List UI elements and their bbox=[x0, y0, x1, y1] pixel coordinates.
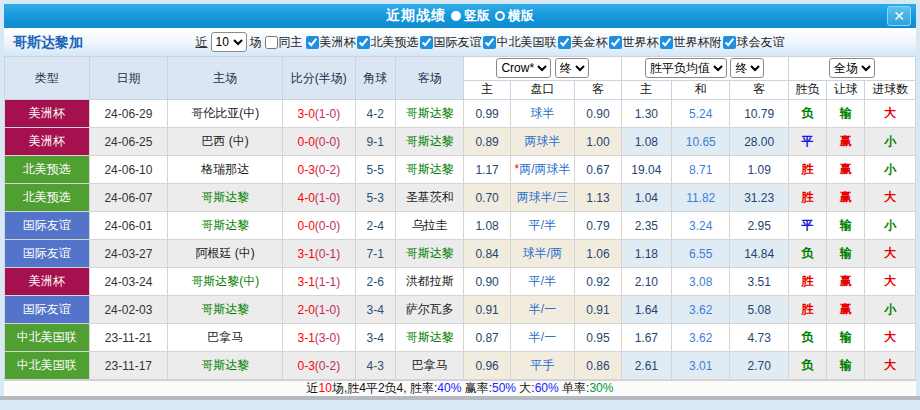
bookmaker-select[interactable]: Crow* bbox=[496, 58, 551, 78]
league-checkbox[interactable] bbox=[357, 36, 370, 49]
league-filter[interactable]: 中北美国联 bbox=[483, 34, 557, 51]
results-tbody: 美洲杯24-06-29哥伦比亚(中)3-0(1-0)4-2哥斯达黎0.99球半0… bbox=[5, 100, 916, 380]
league-filter[interactable]: 国际友谊 bbox=[420, 34, 482, 51]
avg-lose-odds-cell: 2.70 bbox=[730, 352, 788, 380]
crow-away-odds-cell: 0.86 bbox=[575, 352, 621, 380]
avg-draw-odds-cell: 11.82 bbox=[672, 184, 730, 212]
view-option-horizontal[interactable]: 横版 bbox=[495, 7, 534, 25]
home-team-cell: 哥斯达黎(中) bbox=[168, 268, 283, 296]
radio-unselected-icon[interactable] bbox=[495, 11, 505, 21]
crow-home-odds-cell: 1.17 bbox=[464, 156, 510, 184]
league-type-cell: 国际友谊 bbox=[5, 296, 90, 324]
match-row: 国际友谊24-06-01哥斯达黎0-0(0-0)2-4乌拉圭1.08平/半0.7… bbox=[5, 212, 916, 240]
league-filter[interactable]: 美金杯 bbox=[558, 34, 608, 51]
result-let-cell: 赢 bbox=[827, 268, 865, 296]
league-filter[interactable]: 北美预选 bbox=[357, 34, 419, 51]
score-cell: 0-0(0-0) bbox=[283, 212, 356, 240]
close-icon[interactable]: ✕ bbox=[887, 6, 911, 26]
result-let-cell: 赢 bbox=[827, 184, 865, 212]
summary-text: 近10场,胜4平2负4, 胜率:40% 赢率:50% 大:60% 单率:30% bbox=[307, 381, 614, 395]
halftime-score: (3-0) bbox=[315, 331, 340, 345]
crow-home-odds-cell: 0.91 bbox=[464, 296, 510, 324]
avg-lose-odds-cell: 10.79 bbox=[730, 100, 788, 128]
league-label: 北美预选 bbox=[371, 34, 419, 51]
league-checkbox[interactable] bbox=[558, 36, 571, 49]
result-wdl-cell: 负 bbox=[788, 100, 826, 128]
summary-segment: 赢率: bbox=[461, 381, 492, 395]
date-cell: 24-06-10 bbox=[89, 156, 168, 184]
scope-select[interactable]: 全场 bbox=[829, 58, 875, 78]
view-option-label: 横版 bbox=[508, 7, 534, 25]
avg-odds-select[interactable]: 胜平负均值 bbox=[645, 58, 727, 78]
league-checkbox[interactable] bbox=[420, 36, 433, 49]
league-filter[interactable]: 球会友谊 bbox=[723, 34, 785, 51]
same-home-label: 同主 bbox=[279, 34, 303, 51]
radio-selected-icon[interactable] bbox=[451, 11, 461, 21]
league-checkbox[interactable] bbox=[723, 36, 736, 49]
league-checkbox[interactable] bbox=[306, 36, 319, 49]
avg-lose-odds-cell: 28.00 bbox=[730, 128, 788, 156]
avg-win-odds-cell: 1.08 bbox=[621, 128, 671, 156]
league-filter[interactable]: 世界杯 bbox=[609, 34, 659, 51]
league-filter[interactable]: 美洲杯 bbox=[306, 34, 356, 51]
avg-win-odds-cell: 2.10 bbox=[621, 268, 671, 296]
crow-away-odds-cell: 0.79 bbox=[575, 212, 621, 240]
corner-cell: 3-4 bbox=[355, 324, 395, 352]
league-filters: 美洲杯北美预选国际友谊中北美国联美金杯世界杯世界杯附球会友谊 bbox=[306, 34, 785, 51]
avg-time-select[interactable]: 终 bbox=[730, 58, 764, 78]
avg-win-odds-cell: 1.64 bbox=[621, 296, 671, 324]
popup-window: 近期战绩 竖版 横版 ✕ 哥斯达黎加 近 10 场 bbox=[4, 4, 916, 396]
halftime-score: (0-2) bbox=[315, 359, 340, 373]
result-goals-cell: 小 bbox=[865, 156, 916, 184]
fulltime-score: 3-1 bbox=[298, 331, 315, 345]
sub-header-handicap: 盘口 bbox=[510, 80, 574, 99]
league-label: 美洲杯 bbox=[320, 34, 356, 51]
league-type-cell: 北美预选 bbox=[5, 156, 90, 184]
avg-win-odds-cell: 1.04 bbox=[621, 184, 671, 212]
handicap-cell: 半/一 bbox=[510, 296, 574, 324]
summary-segment: 40% bbox=[437, 381, 461, 395]
avg-win-odds-cell: 2.61 bbox=[621, 352, 671, 380]
bookmaker-time-select[interactable]: 终 bbox=[555, 58, 589, 78]
score-cell: 3-0(1-0) bbox=[283, 100, 356, 128]
halftime-score: (0-1) bbox=[315, 247, 340, 261]
league-checkbox[interactable] bbox=[609, 36, 622, 49]
result-goals-cell: 大 bbox=[865, 100, 916, 128]
halftime-score: (0-0) bbox=[315, 135, 340, 149]
same-home-checkbox[interactable] bbox=[265, 36, 278, 49]
fulltime-score: 0-0 bbox=[298, 135, 315, 149]
summary-segment: 50% bbox=[492, 381, 516, 395]
score-cell: 0-0(0-0) bbox=[283, 128, 356, 156]
matches-label: 场 bbox=[250, 34, 262, 51]
league-checkbox[interactable] bbox=[660, 36, 673, 49]
away-team-cell: 巴拿马 bbox=[395, 352, 464, 380]
col-header-score: 比分(半场) bbox=[283, 57, 356, 100]
avg-odds-select-group: 胜平负均值 终 bbox=[621, 57, 788, 81]
handicap-cell: 平/半 bbox=[510, 212, 574, 240]
avg-draw-odds-cell: 3.08 bbox=[672, 268, 730, 296]
crow-home-odds-cell: 0.89 bbox=[464, 128, 510, 156]
view-option-vertical[interactable]: 竖版 bbox=[451, 7, 490, 25]
away-team-cell: 哥斯达黎 bbox=[395, 240, 464, 268]
away-team-cell: 哥斯达黎 bbox=[395, 128, 464, 156]
result-let-cell: 输 bbox=[827, 212, 865, 240]
near-count-select[interactable]: 10 bbox=[211, 32, 247, 52]
table-header: 类型 日期 主场 比分(半场) 角球 客场 Crow* 终 胜平负均值 终 bbox=[5, 57, 916, 100]
fulltime-score: 0-3 bbox=[298, 163, 315, 177]
result-let-cell: 赢 bbox=[827, 128, 865, 156]
result-let-cell: 赢 bbox=[827, 156, 865, 184]
crow-away-odds-cell: 0.95 bbox=[575, 324, 621, 352]
away-team-cell: 萨尔瓦多 bbox=[395, 296, 464, 324]
col-header-date: 日期 bbox=[89, 57, 168, 100]
home-team-cell: 阿根廷 (中) bbox=[168, 240, 283, 268]
league-filter[interactable]: 世界杯附 bbox=[660, 34, 722, 51]
near-link[interactable]: 近 bbox=[196, 34, 208, 51]
score-cell: 2-0(1-0) bbox=[283, 296, 356, 324]
league-label: 世界杯附 bbox=[674, 34, 722, 51]
avg-draw-odds-cell: 3.01 bbox=[672, 352, 730, 380]
avg-draw-odds-cell: 6.55 bbox=[672, 240, 730, 268]
score-cell: 0-3(0-2) bbox=[283, 352, 356, 380]
match-row: 国际友谊24-02-03哥斯达黎2-0(1-0)3-4萨尔瓦多0.91半/一0.… bbox=[5, 296, 916, 324]
league-checkbox[interactable] bbox=[483, 36, 496, 49]
same-home-filter[interactable]: 同主 bbox=[265, 34, 303, 51]
